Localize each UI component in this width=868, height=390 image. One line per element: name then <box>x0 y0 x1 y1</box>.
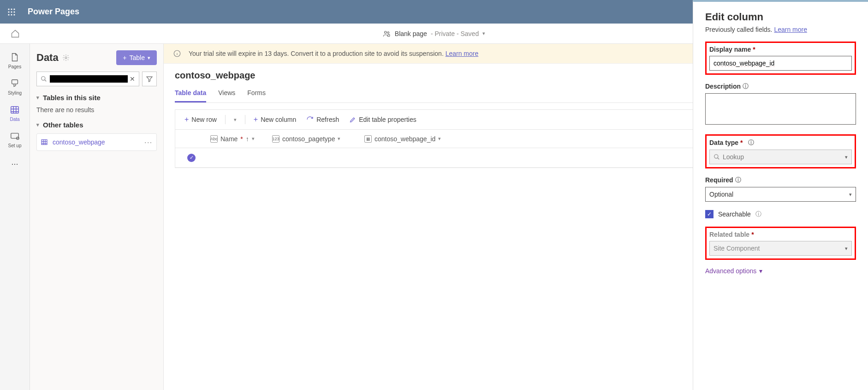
filter-button[interactable] <box>142 72 157 86</box>
section-tables-site[interactable]: ▾ Tables in this site <box>36 94 157 102</box>
tables-panel: Data + Table ▾ ✕ ▾ Tables in this site T… <box>30 44 164 390</box>
svg-rect-13 <box>11 107 19 114</box>
label: New column <box>261 116 296 123</box>
row-check[interactable]: ✓ <box>175 154 208 162</box>
display-name-label: Display name* <box>709 46 852 53</box>
edit-column-flyout: Edit column Previously called fields. Le… <box>693 0 868 390</box>
search-input[interactable] <box>50 75 128 83</box>
plus-icon: + <box>254 115 258 124</box>
page-visibility: - Private - Saved <box>431 30 479 37</box>
col-name[interactable]: Abc Name* ↑ ▾ <box>208 135 272 143</box>
edit-icon <box>349 116 356 123</box>
info-icon <box>173 49 181 58</box>
gear-icon[interactable] <box>62 54 70 61</box>
new-table-label: Table <box>130 54 145 61</box>
page-info[interactable]: Blank page - Private - Saved ▾ <box>383 30 485 38</box>
svg-point-7 <box>11 14 12 15</box>
info-icon[interactable]: ⓘ <box>755 210 761 218</box>
col-label: Name <box>220 135 238 143</box>
rail-label: Data <box>10 117 19 122</box>
learn-more-link[interactable]: Learn more <box>774 26 807 33</box>
rail-pages[interactable]: Pages <box>0 48 30 74</box>
svg-rect-12 <box>12 80 18 84</box>
svg-point-16 <box>65 57 67 59</box>
rail-setup[interactable]: Set up <box>0 126 30 153</box>
home-icon[interactable] <box>0 29 30 38</box>
search-icon <box>41 76 47 82</box>
refresh-button[interactable]: Refresh <box>303 114 343 125</box>
svg-point-20 <box>714 155 718 158</box>
table-item[interactable]: contoso_webpage ··· <box>36 133 157 151</box>
tab-table-data[interactable]: Table data <box>175 84 206 102</box>
trial-text: Your trial site will expire in 13 days. … <box>189 50 444 57</box>
searchable-row[interactable]: ✓ Searchable ⓘ <box>705 210 856 218</box>
col-webpage-id[interactable]: ▦ contoso_webpage_id ▾ <box>364 135 457 143</box>
tab-forms[interactable]: Forms <box>247 84 266 102</box>
data-type-value: Lookup <box>723 153 744 161</box>
edit-table-button[interactable]: Edit table properties <box>345 114 420 125</box>
info-icon[interactable]: ⓘ <box>735 176 741 184</box>
chevron-down-icon: ▾ <box>845 246 848 252</box>
svg-point-6 <box>8 14 9 15</box>
highlight-display-name: Display name* <box>705 42 856 75</box>
col-label: contoso_webpage_id <box>375 135 435 143</box>
search-box[interactable]: ✕ <box>36 72 139 86</box>
chevron-down-icon: ▾ <box>148 55 150 61</box>
search-icon <box>713 154 720 160</box>
advanced-options-toggle[interactable]: Advanced options ▾ <box>705 267 856 275</box>
rail-more[interactable]: ... <box>0 153 30 172</box>
svg-rect-18 <box>42 140 47 145</box>
svg-point-4 <box>11 11 12 12</box>
people-icon <box>383 30 391 38</box>
table-icon <box>41 138 48 146</box>
related-table-dropdown: Site Component ▾ <box>709 241 852 256</box>
clear-icon[interactable]: ✕ <box>130 75 135 83</box>
chevron-down-icon: ▾ <box>759 267 762 275</box>
svg-point-3 <box>8 11 9 12</box>
searchable-label: Searchable <box>718 210 751 218</box>
data-type-label: Data type* ⓘ <box>709 138 852 147</box>
display-name-input[interactable] <box>709 56 852 71</box>
required-label: Required ⓘ <box>705 176 856 184</box>
rail-styling[interactable]: Styling <box>0 74 30 100</box>
grid-icon <box>10 105 20 115</box>
new-row-button[interactable]: +New row <box>181 114 220 126</box>
rail-data[interactable]: Data <box>0 100 30 126</box>
trial-learn-more-link[interactable]: Learn more <box>446 50 479 57</box>
tab-views[interactable]: Views <box>218 84 235 102</box>
svg-rect-14 <box>11 133 19 138</box>
chevron-down-icon: ▾ <box>482 30 485 36</box>
new-row-dropdown[interactable]: ▾ <box>230 115 240 125</box>
data-type-dropdown: Lookup ▾ <box>709 150 852 164</box>
info-icon[interactable]: ⓘ <box>743 82 749 90</box>
chevron-down-icon: ▾ <box>849 192 852 198</box>
new-column-button[interactable]: +New column <box>250 114 300 126</box>
subtitle-text: Previously called fields. <box>705 26 773 33</box>
description-label: Description ⓘ <box>705 82 856 90</box>
section-label: Other tables <box>43 121 83 129</box>
info-icon[interactable]: ⓘ <box>748 138 754 147</box>
flyout-title: Edit column <box>705 11 856 23</box>
advanced-label: Advanced options <box>705 267 756 275</box>
required-dropdown[interactable]: Optional ▾ <box>705 187 856 202</box>
rail-label: Styling <box>8 90 22 96</box>
more-icon: ... <box>11 157 18 167</box>
chevron-down-icon: ▾ <box>234 117 237 123</box>
svg-point-2 <box>13 8 15 10</box>
description-input[interactable] <box>705 93 856 125</box>
new-table-button[interactable]: + Table ▾ <box>116 50 157 65</box>
lookup-type-icon: ▦ <box>364 135 372 143</box>
divider <box>225 115 226 124</box>
app-launcher-icon[interactable] <box>0 8 23 16</box>
section-other-tables[interactable]: ▾ Other tables <box>36 121 157 129</box>
checkbox-checked-icon[interactable]: ✓ <box>705 210 713 218</box>
chevron-down-icon: ▾ <box>36 122 39 128</box>
left-rail: Pages Styling Data Set up ... <box>0 44 30 390</box>
related-table-label: Related table* <box>709 231 852 238</box>
brush-icon <box>10 78 20 89</box>
svg-point-9 <box>385 31 387 33</box>
col-pagetype[interactable]: 123 contoso_pagetype ▾ <box>272 135 364 143</box>
chevron-down-icon: ▾ <box>845 154 848 160</box>
more-icon[interactable]: ··· <box>144 138 153 146</box>
check-icon: ✓ <box>187 154 196 162</box>
